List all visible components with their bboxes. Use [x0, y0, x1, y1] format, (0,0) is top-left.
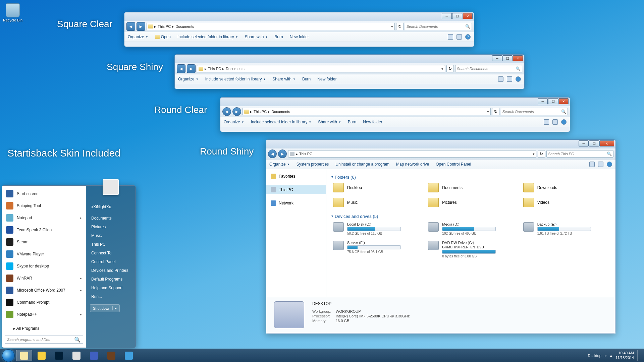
forward-button[interactable]: ►	[232, 107, 241, 116]
organize-menu[interactable]: Organize▼	[178, 77, 199, 81]
drives-header[interactable]: Devices and drives (5)	[332, 214, 610, 219]
start-button[interactable]	[2, 349, 15, 362]
search-input[interactable]	[407, 24, 465, 28]
start-app-item[interactable]: Skype for desktop	[2, 260, 86, 272]
burn-button[interactable]: Burn	[274, 35, 283, 39]
system-properties[interactable]: System properties	[297, 162, 329, 167]
all-programs[interactable]: ▸ All Programs	[2, 323, 86, 334]
preview-pane-icon[interactable]	[552, 119, 558, 125]
refresh-button[interactable]: ↻	[446, 65, 454, 72]
taskbar-app[interactable]	[103, 350, 119, 361]
start-place-item[interactable]: Control Panel	[90, 257, 131, 266]
include-menu[interactable]: Include selected folder in library▼	[177, 35, 238, 39]
organize-menu[interactable]: Organize▼	[269, 162, 290, 167]
start-app-item[interactable]: Snipping Tool	[2, 200, 86, 212]
forward-button[interactable]: ►	[137, 22, 145, 31]
close-button[interactable]: ✕	[513, 55, 523, 61]
tray-chevron-icon[interactable]: ▴	[610, 353, 612, 358]
address-bar[interactable]: ▸This PC▾	[288, 150, 536, 158]
titlebar[interactable]: ─ ☐ ✕	[124, 12, 474, 21]
view-icon[interactable]	[589, 162, 595, 167]
folders-header[interactable]: Folders (6)	[332, 175, 610, 180]
preview-pane-icon[interactable]	[457, 34, 462, 40]
forward-button[interactable]: ►	[278, 149, 287, 158]
open-control-panel[interactable]: Open Control Panel	[436, 162, 471, 167]
tray-desktop-toolbar[interactable]: Desktop	[588, 354, 601, 358]
breadcrumb-this-pc[interactable]: This PC	[158, 24, 171, 28]
help-icon[interactable]	[516, 76, 521, 82]
folder-item[interactable]: Downloads	[522, 182, 610, 194]
titlebar[interactable]: ─ ☐ ✕	[220, 98, 570, 106]
folder-item[interactable]: Documents	[427, 182, 515, 194]
include-menu[interactable]: Include selected folder in library▼	[251, 120, 312, 124]
start-app-item[interactable]: Notepad++ ▸	[2, 308, 86, 320]
start-username[interactable]: xXiNightXx	[90, 202, 131, 211]
taskbar-app[interactable]	[86, 350, 102, 361]
include-menu[interactable]: Include selected folder in library▼	[205, 77, 266, 81]
back-button[interactable]: ◄	[177, 64, 185, 73]
close-button[interactable]: ✕	[599, 140, 614, 146]
preview-pane-icon[interactable]	[598, 162, 603, 167]
start-place-item[interactable]: Music	[90, 231, 131, 240]
breadcrumb-documents[interactable]: Documents	[175, 24, 194, 28]
sidebar-this-pc[interactable]: This PC	[266, 185, 326, 194]
maximize-button[interactable]: ☐	[452, 13, 462, 19]
taskbar-app[interactable]	[16, 350, 32, 361]
shutdown-button[interactable]: Shut down▸	[90, 304, 120, 312]
back-button[interactable]: ◄	[126, 22, 135, 31]
drive-item[interactable]: Local Disk (C:) 58.2 GB free of 118 GB	[332, 221, 420, 237]
start-app-item[interactable]: VMware Player	[2, 248, 86, 260]
minimize-button[interactable]: ─	[492, 55, 502, 61]
new-folder-button[interactable]: New folder	[363, 120, 382, 124]
folder-item[interactable]: Videos	[522, 196, 610, 208]
refresh-button[interactable]: ↻	[492, 108, 499, 115]
start-place-item[interactable]: Documents	[90, 214, 131, 223]
new-folder-button[interactable]: New folder	[317, 77, 336, 81]
maximize-button[interactable]: ☐	[548, 98, 558, 104]
view-icon[interactable]	[448, 34, 453, 40]
start-search-input[interactable]	[7, 338, 74, 342]
search-input[interactable]	[548, 152, 607, 156]
search-box[interactable]: 🔍	[405, 23, 472, 30]
start-app-item[interactable]: Microsoft Office Word 2007 ▸	[2, 284, 86, 296]
start-place-item[interactable]: This PC	[90, 240, 131, 249]
sidebar-favorites[interactable]: Favorites	[266, 172, 326, 181]
start-app-item[interactable]: WinRAR ▸	[2, 272, 86, 284]
organize-menu[interactable]: Organize▼	[128, 35, 148, 39]
share-menu[interactable]: Share with▼	[272, 77, 296, 81]
view-icon[interactable]	[498, 76, 503, 82]
titlebar[interactable]: ─ ☐ ✕	[266, 140, 615, 148]
help-icon[interactable]: ?	[465, 34, 471, 40]
start-place-item[interactable]: Run...	[90, 292, 131, 301]
user-avatar[interactable]	[103, 179, 119, 195]
address-bar[interactable]: ▸This PC▸Documents▾	[147, 23, 395, 30]
start-search[interactable]: 🔍	[5, 336, 83, 344]
drive-item[interactable]: Backup (E:) 1.61 TB free of 2.72 TB	[522, 221, 610, 237]
recycle-bin[interactable]: Recycle Bin	[3, 3, 23, 22]
tray-expand-icon[interactable]: »	[605, 354, 607, 358]
new-folder-button[interactable]: New folder	[290, 35, 309, 39]
start-place-item[interactable]: Help and Support	[90, 284, 131, 292]
folder-item[interactable]: Pictures	[427, 196, 515, 208]
refresh-button[interactable]: ↻	[396, 23, 404, 30]
map-network-drive[interactable]: Map network drive	[396, 162, 429, 167]
taskbar-app[interactable]	[51, 350, 67, 361]
drive-item[interactable]: DVD RW Drive (G:) GRMCHPXFRER_EN_DVD 0 b…	[427, 239, 515, 259]
address-bar[interactable]: ▸This PC▸Documents▾	[197, 65, 445, 72]
drive-item[interactable]: Server (F:) 75.6 GB free of 93.1 GB	[332, 239, 420, 259]
search-input[interactable]	[457, 67, 516, 71]
shutdown-arrow-icon[interactable]: ▸	[112, 306, 117, 310]
minimize-button[interactable]: ─	[579, 140, 589, 146]
search-input[interactable]	[502, 110, 561, 114]
folder-item[interactable]: Desktop	[332, 182, 420, 194]
help-icon[interactable]	[561, 119, 567, 125]
back-button[interactable]: ◄	[222, 107, 231, 116]
refresh-button[interactable]: ↻	[538, 150, 545, 158]
share-menu[interactable]: Share with▼	[318, 120, 341, 124]
titlebar[interactable]: ─ ☐ ✕	[175, 55, 524, 63]
start-place-item[interactable]: Default Programs	[90, 275, 131, 284]
preview-pane-icon[interactable]	[507, 76, 512, 82]
back-button[interactable]: ◄	[268, 149, 277, 158]
start-app-item[interactable]: Notepad ▸	[2, 212, 86, 224]
close-button[interactable]: ✕	[558, 98, 569, 104]
